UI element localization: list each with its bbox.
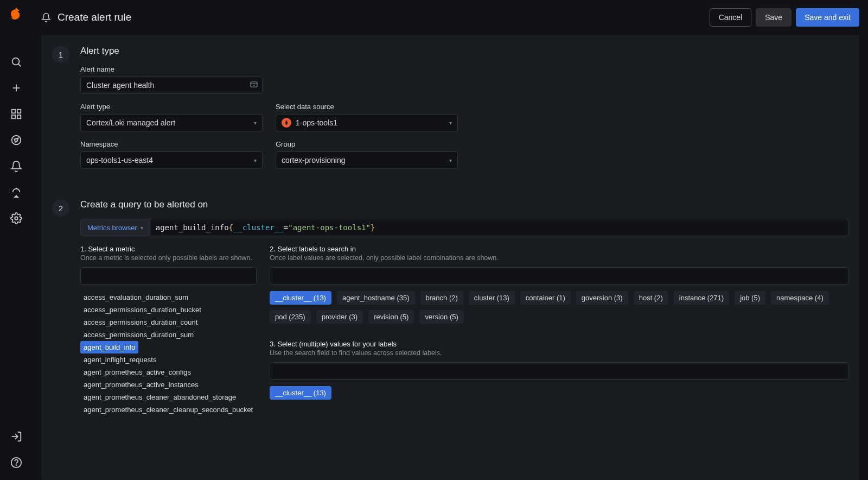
metrics-browser-label: Metrics browser bbox=[87, 224, 137, 232]
nav-rail bbox=[0, 0, 33, 480]
svg-point-13 bbox=[16, 465, 17, 465]
chevron-down-icon: ▾ bbox=[449, 157, 452, 163]
metric-item[interactable]: access_permissions_duration_count bbox=[80, 316, 257, 329]
chevron-down-icon: ▾ bbox=[141, 225, 143, 231]
svg-marker-9 bbox=[14, 138, 18, 142]
group-value: cortex-provisioning bbox=[282, 156, 346, 165]
data-source-label: Select data source bbox=[276, 103, 458, 111]
settings-icon[interactable] bbox=[10, 212, 23, 225]
svg-point-0 bbox=[12, 58, 20, 65]
metric-item[interactable]: agent_prometheus_cleaner_cleanup_seconds… bbox=[80, 403, 257, 416]
grafana-logo[interactable] bbox=[8, 5, 25, 23]
help-icon[interactable] bbox=[10, 456, 23, 469]
metric-item[interactable]: agent_prometheus_active_configs bbox=[80, 366, 257, 378]
alert-name-input[interactable] bbox=[80, 77, 263, 94]
alert-type-label: Alert type bbox=[80, 103, 263, 111]
metric-item[interactable]: access_permissions_duration_bucket bbox=[80, 304, 257, 316]
metric-item[interactable]: agent_prometheus_active_instances bbox=[80, 378, 257, 391]
plus-icon[interactable] bbox=[10, 81, 23, 94]
expr-value: "agent-ops-tools1" bbox=[288, 223, 371, 232]
step-badge-1: 1 bbox=[52, 46, 69, 63]
section-query: 2 Create a query to be alerted on Metric… bbox=[52, 199, 848, 416]
main-content: Create alert rule Cancel Save Save and e… bbox=[33, 0, 868, 480]
label-chip[interactable]: cluster (13) bbox=[469, 291, 515, 305]
label-chips: __cluster__ (13)agent_hostname (35)branc… bbox=[270, 291, 848, 324]
page-header: Create alert rule Cancel Save Save and e… bbox=[41, 0, 859, 35]
search-icon[interactable] bbox=[10, 55, 23, 68]
metric-item[interactable]: access_permissions_duration_sum bbox=[80, 329, 257, 341]
group-label: Group bbox=[276, 140, 458, 148]
data-source-value: 1-ops-tools1 bbox=[296, 118, 337, 127]
label-chip[interactable]: instance (271) bbox=[674, 291, 729, 305]
expr-label: __cluster__ bbox=[233, 223, 284, 232]
page-title: Create alert rule bbox=[58, 11, 131, 23]
prometheus-icon bbox=[282, 118, 291, 128]
label-chip[interactable]: host (2) bbox=[634, 291, 668, 305]
section-title-1: Alert type bbox=[80, 46, 848, 56]
signin-icon[interactable] bbox=[10, 430, 23, 443]
svg-rect-4 bbox=[12, 110, 15, 113]
metric-item[interactable]: agent_inflight_requests bbox=[80, 353, 257, 366]
metric-item[interactable]: access_evaluation_duration_sum bbox=[80, 291, 257, 304]
step3-sub: Use the search field to find values acro… bbox=[270, 349, 848, 357]
metric-list: access_evaluation_duration_sumaccess_per… bbox=[80, 291, 257, 416]
chevron-down-icon: ▾ bbox=[449, 120, 452, 126]
svg-rect-6 bbox=[12, 115, 15, 118]
svg-line-1 bbox=[18, 64, 21, 67]
label-chip[interactable]: job (5) bbox=[735, 291, 765, 305]
step2-sub: Once label values are selected, only pos… bbox=[270, 254, 848, 262]
save-button[interactable]: Save bbox=[756, 8, 792, 27]
svg-rect-7 bbox=[17, 115, 21, 118]
label-chip[interactable]: __cluster__ (13) bbox=[270, 291, 331, 305]
alert-type-select[interactable]: Cortex/Loki managed alert ▾ bbox=[80, 114, 263, 131]
svg-rect-14 bbox=[251, 82, 257, 87]
label-chip[interactable]: namespace (4) bbox=[771, 291, 829, 305]
label-chip[interactable]: agent_hostname (35) bbox=[337, 291, 415, 305]
step2-title: 2. Select labels to search in bbox=[270, 245, 848, 253]
data-source-select[interactable]: 1-ops-tools1 ▾ bbox=[276, 114, 458, 131]
label-chip[interactable]: goversion (3) bbox=[576, 291, 628, 305]
label-chip[interactable]: pod (235) bbox=[270, 310, 311, 324]
bell-icon bbox=[41, 12, 51, 22]
cancel-button[interactable]: Cancel bbox=[710, 8, 752, 27]
expr-brace-close: } bbox=[371, 223, 375, 232]
label-chip[interactable]: container (1) bbox=[520, 291, 571, 305]
step3-title: 3. Select (multiple) values for your lab… bbox=[270, 340, 848, 348]
query-expression-input[interactable]: agent_build_info{__cluster__="agent-ops-… bbox=[150, 219, 848, 236]
step1-sub: Once a metric is selected only possible … bbox=[80, 254, 257, 262]
namespace-value: ops-tools1-us-east4 bbox=[86, 156, 153, 165]
metric-item[interactable]: agent_prometheus_cleaner_abandoned_stora… bbox=[80, 391, 257, 403]
label-chip[interactable]: version (5) bbox=[419, 310, 463, 324]
namespace-label: Namespace bbox=[80, 140, 263, 148]
label-search-input[interactable] bbox=[270, 267, 848, 285]
step-badge-2: 2 bbox=[52, 199, 69, 217]
value-search-input[interactable] bbox=[270, 362, 848, 380]
metrics-browser-button[interactable]: Metrics browser ▾ bbox=[80, 219, 150, 236]
svg-rect-5 bbox=[17, 110, 21, 113]
metric-item[interactable]: agent_build_info bbox=[80, 341, 138, 353]
expr-eq: = bbox=[284, 223, 288, 232]
alerting-icon[interactable] bbox=[10, 160, 23, 173]
metric-search-input[interactable] bbox=[80, 267, 257, 285]
oncall-icon[interactable] bbox=[10, 186, 23, 199]
svg-point-10 bbox=[15, 217, 18, 220]
value-chips: __cluster__ (13) bbox=[270, 386, 848, 400]
section-title-2: Create a query to be alerted on bbox=[80, 199, 848, 210]
chevron-down-icon: ▾ bbox=[254, 120, 257, 126]
label-chip[interactable]: provider (3) bbox=[316, 310, 363, 324]
value-chip[interactable]: __cluster__ (13) bbox=[270, 386, 331, 400]
label-chip[interactable]: branch (2) bbox=[420, 291, 463, 305]
group-select[interactable]: cortex-provisioning ▾ bbox=[276, 151, 458, 169]
label-chip[interactable]: revision (5) bbox=[368, 310, 414, 324]
alert-name-label: Alert name bbox=[80, 65, 263, 73]
template-icon[interactable] bbox=[250, 80, 258, 91]
namespace-select[interactable]: ops-tools1-us-east4 ▾ bbox=[80, 151, 263, 169]
save-exit-button[interactable]: Save and exit bbox=[796, 8, 859, 27]
content-panel: 1 Alert type Alert name bbox=[41, 35, 859, 480]
explore-icon[interactable] bbox=[10, 134, 23, 147]
alert-type-value: Cortex/Loki managed alert bbox=[86, 118, 175, 127]
chevron-down-icon: ▾ bbox=[254, 157, 257, 163]
dashboards-icon[interactable] bbox=[10, 108, 23, 121]
step1-title: 1. Select a metric bbox=[80, 245, 257, 253]
section-alert-type: 1 Alert type Alert name bbox=[52, 46, 848, 178]
